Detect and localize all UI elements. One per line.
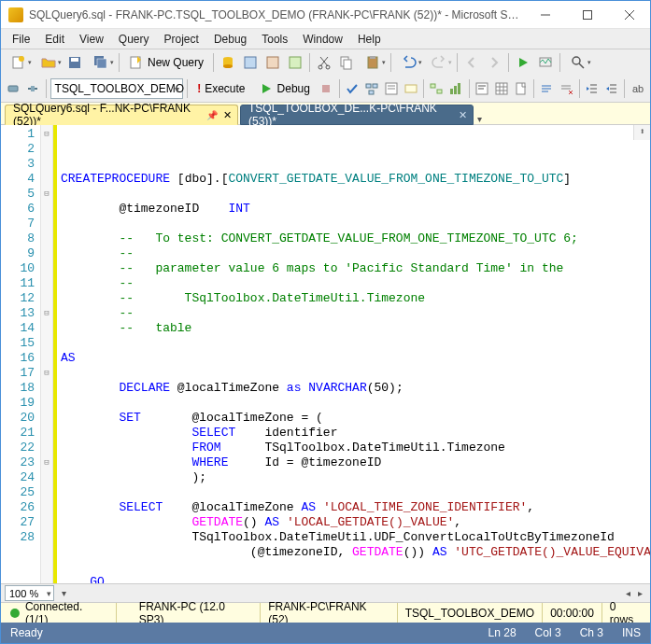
code-line[interactable] xyxy=(61,336,650,351)
paste-button[interactable]: ▾ xyxy=(359,52,387,73)
tab-scroll-button[interactable]: ▾ xyxy=(475,114,484,124)
menu-edit[interactable]: Edit xyxy=(37,31,72,48)
results-text-button[interactable] xyxy=(474,78,491,99)
code-line[interactable]: GETDATE() AS 'LOCAL_GETDATE()_VALUE', xyxy=(61,515,650,530)
close-tab-icon[interactable]: ✕ xyxy=(459,109,467,121)
code-area[interactable]: ⬍ CREATEPROCEDURE [dbo].[CONVERT_GETDATE… xyxy=(57,125,650,583)
menu-debug[interactable]: Debug xyxy=(206,31,254,48)
doc-tab-0[interactable]: SQLQuery6.sql - F...NK-PC\FRANK (52))*📌✕ xyxy=(5,105,238,125)
code-line[interactable]: -- xyxy=(61,246,650,261)
nav-forward-button[interactable] xyxy=(484,52,504,73)
code-line[interactable] xyxy=(61,187,650,202)
close-tab-icon[interactable]: ✕ xyxy=(223,109,232,121)
activity-monitor-button[interactable] xyxy=(535,52,556,73)
cancel-query-button[interactable] xyxy=(318,78,335,99)
svg-point-62 xyxy=(10,609,20,618)
code-line[interactable] xyxy=(61,217,650,231)
copy-button[interactable] xyxy=(336,52,357,73)
menu-help[interactable]: Help xyxy=(350,31,389,48)
code-line[interactable]: -- parameter value 6 maps to 'Pacific St… xyxy=(61,261,650,276)
save-all-button[interactable]: ▾ xyxy=(87,52,115,73)
menu-file[interactable]: File xyxy=(5,31,37,48)
code-line[interactable]: AS xyxy=(61,351,650,366)
dmx-query-button[interactable] xyxy=(262,52,283,73)
code-line[interactable]: -- xyxy=(61,306,650,321)
outdent-button[interactable] xyxy=(602,78,620,99)
code-line[interactable]: DECLARE @localTimeZone as NVARCHAR(50); xyxy=(61,381,650,396)
fold-gutter[interactable]: ⊟⊟⊟⊟⊟ xyxy=(40,125,53,583)
code-line[interactable]: SELECT identifier xyxy=(61,426,650,441)
undo-button[interactable]: ▾ xyxy=(395,52,423,73)
code-line[interactable]: -- TSqlToolbox.DateTimeUtil.Timezone xyxy=(61,291,650,306)
minimize-button[interactable] xyxy=(524,1,566,29)
save-button[interactable] xyxy=(64,52,85,73)
redo-button[interactable]: ▾ xyxy=(425,52,453,73)
indent-button[interactable] xyxy=(584,78,601,99)
code-line[interactable]: ); xyxy=(61,470,650,485)
menu-window[interactable]: Window xyxy=(295,31,350,48)
code-line[interactable]: -- To test: CONVERT_GETDATE_VALUE_FROM_O… xyxy=(61,231,650,246)
code-line[interactable]: TSqlToolbox.DateTimeUtil.UDF_ConvertLoca… xyxy=(61,530,650,545)
code-line[interactable]: -- table xyxy=(61,321,650,336)
svg-rect-49 xyxy=(517,83,525,94)
menu-view[interactable]: View xyxy=(72,31,111,48)
xmla-query-button[interactable] xyxy=(285,52,305,73)
mdx-query-button[interactable] xyxy=(240,52,261,73)
menu-tools[interactable]: Tools xyxy=(254,31,295,48)
code-line[interactable]: (@timezoneID, GETDATE()) AS 'UTC_GETDATE… xyxy=(61,545,650,560)
svg-rect-9 xyxy=(97,59,106,68)
execute-button[interactable]: ! Execute xyxy=(191,78,250,99)
code-line[interactable] xyxy=(61,560,650,575)
parse-button[interactable] xyxy=(344,78,361,99)
code-line[interactable]: GO xyxy=(61,575,650,583)
zoom-combo[interactable]: 100 % xyxy=(5,585,54,601)
cut-button[interactable] xyxy=(314,52,334,73)
include-plan-button[interactable] xyxy=(428,78,446,99)
debug-button[interactable]: Debug xyxy=(253,78,316,99)
include-stats-button[interactable] xyxy=(447,78,465,99)
code-line[interactable]: SET @localTimeZone = ( xyxy=(61,411,650,426)
code-line[interactable]: WHERE Id = @timezoneID xyxy=(61,455,650,470)
svg-rect-39 xyxy=(454,86,457,94)
close-button[interactable] xyxy=(608,1,650,29)
connect-button[interactable] xyxy=(24,78,42,99)
database-combo[interactable]: TSQL_TOOLBOX_DEMO xyxy=(50,78,184,99)
start-button[interactable] xyxy=(513,52,533,73)
pin-icon[interactable]: 📌 xyxy=(206,110,218,120)
code-line[interactable]: FROM TSqlToolbox.DateTimeUtil.Timezone xyxy=(61,441,650,455)
code-line[interactable] xyxy=(61,396,650,411)
code-line[interactable] xyxy=(61,366,650,381)
uncomment-button[interactable] xyxy=(558,78,575,99)
comment-button[interactable] xyxy=(538,78,556,99)
estimated-plan-button[interactable] xyxy=(363,78,381,99)
menu-query[interactable]: Query xyxy=(111,31,157,48)
change-connection-button[interactable] xyxy=(5,78,22,99)
results-file-button[interactable] xyxy=(512,78,530,99)
db-engine-query-button[interactable] xyxy=(218,52,238,73)
toolbar-area: ▾ ▾ ▾ New Query ▾ ▾ ▾ ▾ TSQL_TOOLBOX_D xyxy=(1,49,650,103)
template-params-button[interactable]: ab xyxy=(629,78,646,99)
code-line[interactable] xyxy=(61,485,650,500)
menu-project[interactable]: Project xyxy=(157,31,206,48)
maximize-button[interactable] xyxy=(566,1,608,29)
code-line[interactable]: -- xyxy=(61,276,650,291)
doc-tab-1[interactable]: TSQL_TOOLBOX_DE...K-PC\FRANK (53))*✕ xyxy=(240,105,474,125)
query-options-button[interactable] xyxy=(382,78,400,99)
split-button[interactable]: ⬍ xyxy=(633,125,650,140)
open-button[interactable]: ▾ xyxy=(35,52,63,73)
new-query-button[interactable]: New Query xyxy=(123,52,209,73)
hscroll-left[interactable]: ◂ xyxy=(622,588,634,598)
new-project-button[interactable]: ▾ xyxy=(5,52,33,73)
intellisense-button[interactable] xyxy=(402,78,419,99)
code-line[interactable]: @timezoneID INT xyxy=(61,202,650,217)
svg-rect-29 xyxy=(366,84,371,88)
results-grid-button[interactable] xyxy=(492,78,510,99)
find-button[interactable]: ▾ xyxy=(564,52,592,73)
code-line[interactable]: SELECT @localTimeZone AS 'LOCAL_TIME_ZON… xyxy=(61,500,650,515)
database-combo-value: TSQL_TOOLBOX_DEMO xyxy=(55,82,185,95)
code-editor[interactable]: 1234567891011121314151617181920212223242… xyxy=(1,125,650,583)
zoom-arrow[interactable]: ▾ xyxy=(58,588,70,598)
nav-back-button[interactable] xyxy=(461,52,482,73)
hscroll-right[interactable]: ▸ xyxy=(634,588,646,598)
code-line[interactable]: CREATEPROCEDURE [dbo].[CONVERT_GETDATE_V… xyxy=(61,172,650,187)
